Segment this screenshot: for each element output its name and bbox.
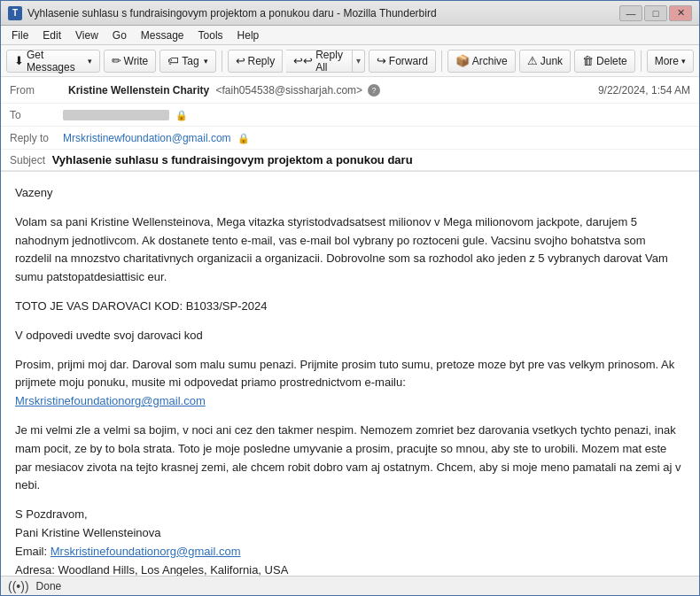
body-paragraph-5: Prosim, prijmi moj dar. Daroval som malu…	[15, 356, 685, 411]
app-icon: T	[8, 6, 22, 20]
tag-dropdown-icon[interactable]: ▾	[204, 57, 208, 66]
to-row: To 🔒	[1, 104, 699, 127]
security-icon[interactable]: ?	[368, 84, 380, 97]
to-value: 🔒	[63, 109, 690, 121]
maximize-button[interactable]: □	[644, 5, 667, 21]
from-right: 9/22/2024, 1:54 AM	[598, 84, 690, 97]
window-controls: — □ ✕	[619, 5, 692, 21]
write-icon: ✏	[112, 54, 121, 67]
reply-to-security-icon: 🔒	[237, 133, 250, 143]
menubar: File Edit View Go Message Tools Help	[1, 26, 699, 45]
reply-to-link[interactable]: Mrskristinewfoundation@gmail.com	[63, 132, 231, 144]
get-messages-icon: ⬇	[14, 54, 24, 67]
menu-go[interactable]: Go	[105, 27, 134, 43]
junk-button[interactable]: ⚠ Junk	[519, 50, 571, 73]
forward-icon: ↪	[377, 54, 386, 67]
junk-icon: ⚠	[527, 54, 538, 67]
menu-view[interactable]: View	[68, 27, 105, 43]
menu-edit[interactable]: Edit	[35, 27, 68, 43]
toolbar-separator-3	[641, 50, 642, 72]
get-messages-button[interactable]: ⬇ Get Messages ▾	[6, 50, 100, 73]
from-email: <faih054538@sissharjah.com>	[216, 84, 363, 97]
reply-to-value: Mrskristinewfoundation@gmail.com 🔒	[63, 132, 690, 144]
get-messages-dropdown-icon[interactable]: ▾	[88, 57, 92, 66]
from-left: From Kristine Wellenstein Charity <faih0…	[10, 84, 380, 97]
menu-tools[interactable]: Tools	[191, 27, 230, 43]
close-button[interactable]: ✕	[669, 5, 692, 21]
write-button[interactable]: ✏ Write	[104, 50, 157, 73]
from-name: Kristine Wellenstein Charity	[68, 84, 209, 97]
reply-all-icon: ↩↩	[293, 54, 313, 67]
archive-button[interactable]: 📦 Archive	[447, 50, 516, 73]
status-text: Done	[36, 580, 62, 592]
more-button[interactable]: More ▾	[647, 50, 694, 73]
subject-label: Subject	[10, 154, 45, 166]
main-window: T Vyhlasenie suhlasu s fundraisingovym p…	[0, 0, 700, 596]
more-dropdown-icon: ▾	[681, 57, 686, 66]
reply-icon: ↩	[236, 54, 245, 67]
toolbar: ⬇ Get Messages ▾ ✏ Write 🏷 Tag ▾ ↩ Reply…	[1, 45, 699, 77]
delete-button[interactable]: 🗑 Delete	[574, 50, 635, 73]
reply-to-row: Reply to Mrskristinewfoundation@gmail.co…	[1, 127, 699, 150]
from-value: Kristine Wellenstein Charity <faih054538…	[68, 84, 362, 97]
to-recipient-blurred	[63, 110, 169, 120]
body-link-2[interactable]: Mrskristinefoundationorg@gmail.com	[51, 545, 241, 558]
menu-file[interactable]: File	[4, 27, 35, 43]
body-paragraph-6: Je mi velmi zle a velmi sa bojim, v noci…	[15, 422, 685, 495]
email-body: Vazeny Volam sa pani Kristine Wellenstei…	[1, 172, 699, 576]
to-security-icon: 🔒	[175, 110, 188, 120]
email-header: From Kristine Wellenstein Charity <faih0…	[1, 77, 699, 172]
toolbar-separator-1	[222, 50, 222, 72]
body-paragraph-1: Vazeny	[15, 184, 685, 203]
minimize-button[interactable]: —	[619, 5, 642, 21]
from-label: From	[10, 84, 63, 97]
body-paragraph-2: Volam sa pani Kristine Wellensteinova, M…	[15, 213, 685, 287]
tag-button[interactable]: 🏷 Tag ▾	[159, 50, 215, 73]
archive-icon: 📦	[455, 54, 470, 67]
from-row: From Kristine Wellenstein Charity <faih0…	[1, 77, 699, 104]
body-link-1[interactable]: Mrskristinefoundationorg@gmail.com	[15, 394, 206, 407]
reply-button[interactable]: ↩ Reply	[228, 50, 284, 73]
toolbar-separator-2	[441, 50, 442, 72]
reply-all-button[interactable]: ↩↩ Reply All	[286, 50, 353, 73]
window-title: Vyhlasenie suhlasu s fundraisingovym pro…	[27, 7, 619, 19]
statusbar: ((•)) Done	[1, 576, 699, 595]
subject-value: Vyhlasenie suhlasu s fundraisingovym pro…	[52, 153, 413, 166]
tag-icon: 🏷	[167, 54, 179, 67]
body-paragraph-3: TOTO JE VAS DAROVACI KOD: B1033/SP-2024	[15, 298, 685, 316]
menu-help[interactable]: Help	[230, 27, 267, 43]
body-paragraph-4: V odpovedi uvedte svoj darovaci kod	[15, 327, 685, 345]
reply-to-label: Reply to	[10, 132, 63, 144]
forward-button[interactable]: ↪ Forward	[369, 50, 436, 73]
to-label: To	[10, 109, 63, 121]
delete-icon: 🗑	[582, 54, 594, 67]
menu-message[interactable]: Message	[134, 27, 191, 43]
titlebar: T Vyhlasenie suhlasu s fundraisingovym p…	[1, 1, 699, 26]
body-paragraph-7: S Pozdravom, Pani Kristine Wellensteinov…	[15, 506, 685, 576]
subject-row: Subject Vyhlasenie suhlasu s fundraising…	[1, 150, 699, 171]
timestamp: 9/22/2024, 1:54 AM	[598, 84, 690, 97]
signal-icon: ((•))	[8, 579, 29, 593]
reply-all-dropdown[interactable]: ▾	[353, 50, 365, 73]
